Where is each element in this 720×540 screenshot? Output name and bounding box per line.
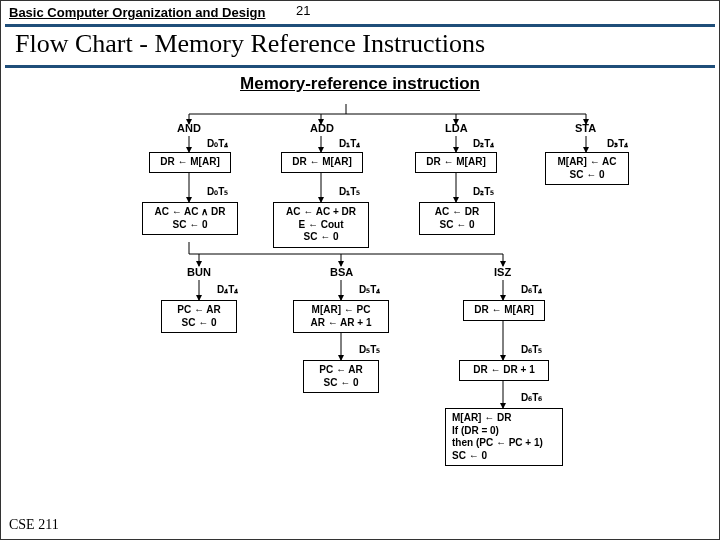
slide-title: Flow Chart - Memory Reference Instructio…	[15, 29, 705, 59]
bun-box: PC ← AR SC ← 0	[161, 300, 237, 333]
isz2-box: DR ← DR + 1	[459, 360, 549, 381]
tag-d1t5: D₁T₅	[339, 186, 360, 197]
and-t4-box: DR ← M[AR]	[149, 152, 231, 173]
tag-d6t4: D₆T₄	[521, 284, 542, 295]
flow-chart: AND ADD LDA STA D₀T₄ D₁T₄ D₂T₄ D₃T₄ DR ←…	[1, 94, 719, 514]
op-isz: ISZ	[494, 266, 511, 278]
add-t4-box: DR ← M[AR]	[281, 152, 363, 173]
tag-d0t5: D₀T₅	[207, 186, 228, 197]
tag-d6t6: D₆T₆	[521, 392, 542, 403]
bsa2-box: PC ← AR SC ← 0	[303, 360, 379, 393]
sta-box: M[AR] ← AC SC ← 0	[545, 152, 629, 185]
tag-d2t4: D₂T₄	[473, 138, 494, 149]
op-sta: STA	[575, 122, 596, 134]
add-t5-box: AC ← AC + DR E ← Cout SC ← 0	[273, 202, 369, 248]
tag-d2t5: D₂T₅	[473, 186, 494, 197]
op-add: ADD	[310, 122, 334, 134]
tag-d6t5: D₆T₅	[521, 344, 542, 355]
and-t5-box: AC ← AC ∧ DR SC ← 0	[142, 202, 238, 235]
tag-d1t4: D₁T₄	[339, 138, 360, 149]
tag-d4t4: D₄T₄	[217, 284, 238, 295]
tag-d3t4: D₃T₄	[607, 138, 628, 149]
bsa1-box: M[AR] ← PC AR ← AR + 1	[293, 300, 389, 333]
op-bun: BUN	[187, 266, 211, 278]
op-bsa: BSA	[330, 266, 353, 278]
title-bar: Flow Chart - Memory Reference Instructio…	[5, 24, 715, 68]
course-name: Basic Computer Organization and Design	[1, 1, 719, 20]
lda-t5-box: AC ← DR SC ← 0	[419, 202, 495, 235]
isz1-box: DR ← M[AR]	[463, 300, 545, 321]
tag-d0t4: D₀T₄	[207, 138, 228, 149]
op-lda: LDA	[445, 122, 468, 134]
subtitle: Memory-reference instruction	[1, 74, 719, 94]
lda-t4-box: DR ← M[AR]	[415, 152, 497, 173]
op-and: AND	[177, 122, 201, 134]
isz3-box: M[AR] ← DR If (DR = 0) then (PC ← PC + 1…	[445, 408, 563, 466]
page-number: 21	[296, 3, 310, 18]
footer-course: CSE 211	[9, 517, 59, 533]
slide: Basic Computer Organization and Design 2…	[0, 0, 720, 540]
tag-d5t5: D₅T₅	[359, 344, 380, 355]
tag-d5t4: D₅T₄	[359, 284, 380, 295]
